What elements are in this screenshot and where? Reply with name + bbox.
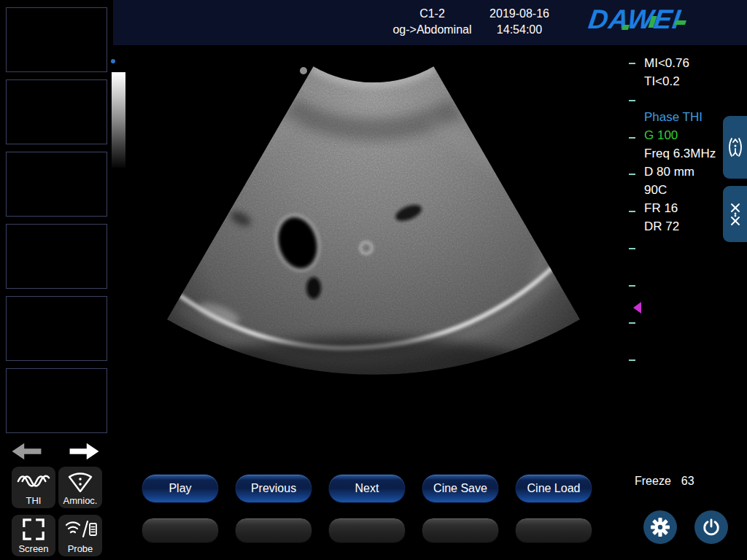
arrow-right-icon [69,442,101,461]
cine-previous-label: Previous [251,482,296,495]
biopsy-guide-edge-button[interactable] [723,186,747,242]
arrow-left-icon [10,442,42,461]
cine-previous-button[interactable]: Previous [235,474,312,503]
depth-tick [629,211,635,212]
mi-value: MI<0.76 [644,56,689,71]
thumbnail-slot-3[interactable] [6,152,107,217]
soft-key-empty-4[interactable] [422,518,499,543]
thi-button-label: THI [26,495,42,506]
focus-position-marker [633,302,641,314]
frame-rate-value: FR 16 [644,201,678,216]
soft-key-empty-2[interactable] [235,518,312,543]
time-label: 14:54:00 [474,22,565,38]
probe-orientation-dot [111,59,115,63]
amniotic-button[interactable]: Amnioc. [58,467,102,508]
probe-button-label: Probe [68,543,93,554]
screen-button[interactable]: Screen [12,515,55,556]
datetime-info: 2019-08-16 14:54:00 [474,6,565,38]
soft-key-empty-5[interactable] [515,518,592,543]
gear-icon [651,518,670,537]
cine-next-button[interactable]: Next [328,474,406,503]
power-button[interactable] [694,510,728,544]
screen-button-label: Screen [18,543,48,554]
probe-list-icon [58,515,102,543]
depth-tick [629,100,635,101]
gain-value: G 100 [644,128,678,143]
cine-load-label: Cine Load [527,482,581,495]
cine-play-label: Play [169,482,191,495]
brand-logo: DAWEI [589,4,720,41]
fullscreen-icon [12,515,55,543]
thi-wave-icon [12,467,55,495]
freeze-label: Freeze [635,475,671,487]
amniotic-fan-icon [58,467,102,495]
thumbnail-slot-4[interactable] [6,224,107,289]
cine-save-button[interactable]: Cine Save [422,474,499,503]
settings-button[interactable] [643,510,677,544]
frame-number: 63 [681,475,694,487]
thumbnail-slot-1[interactable] [6,7,107,72]
depth-tick [629,137,635,139]
depth-value: D 80 mm [644,165,694,179]
frequency-value: Freq 6.3MHz [644,147,716,161]
power-icon [702,518,721,537]
depth-tick [629,248,635,249]
soft-key-empty-1[interactable] [142,518,219,543]
body-mark-edge-button[interactable] [723,116,747,179]
thumbnail-slot-2[interactable] [6,79,107,144]
scan-orientation-marker [300,67,307,74]
grayscale-map-bar [112,72,125,168]
thumbnail-slot-5[interactable] [6,296,107,361]
cine-next-label: Next [355,482,379,495]
brand-logo-text: DAWEI [587,4,683,35]
depth-tick [629,63,635,64]
ti-value: TI<0.2 [644,74,680,89]
probe-button[interactable]: Probe [58,515,102,556]
cine-load-button[interactable]: Cine Load [515,474,592,503]
next-page-arrow-button[interactable] [69,442,101,461]
soft-key-empty-3[interactable] [328,518,406,543]
date-label: 2019-08-16 [474,6,565,22]
freeze-status: Freeze63 [635,475,744,488]
thi-button[interactable]: THI [12,467,55,508]
amniotic-button-label: Amnioc. [63,495,98,506]
depth-tick [629,322,635,324]
ultrasound-console-screen: C1-2 og->Abdominal 2019-08-16 14:54:00 D… [0,0,747,560]
biopsy-guide-icon [729,202,742,227]
logo-accent [674,20,686,25]
depth-tick [629,285,635,287]
depth-tick [629,359,635,361]
cine-save-label: Cine Save [433,482,487,495]
gray-map-value: 90C [644,183,667,198]
body-mark-icon [727,136,743,158]
thumbnail-slot-6[interactable] [6,368,107,433]
previous-page-arrow-button[interactable] [10,442,42,461]
top-bar: C1-2 og->Abdominal 2019-08-16 14:54:00 D… [113,0,747,45]
phase-thi-value: Phase THI [644,110,703,125]
cine-play-button[interactable]: Play [142,474,219,503]
dynamic-range-value: DR 72 [644,219,679,234]
depth-tick [629,174,635,175]
